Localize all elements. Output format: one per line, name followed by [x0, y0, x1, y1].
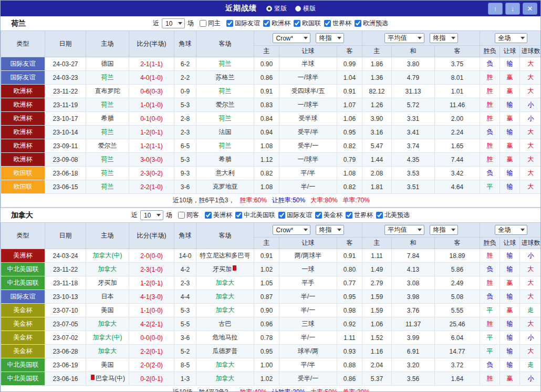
- handicap: 半/一: [279, 180, 337, 194]
- league-checkbox-input[interactable]: [226, 20, 233, 27]
- league-checkbox-input[interactable]: [346, 212, 352, 219]
- league-filter-checkbox[interactable]: 美金杯: [315, 211, 342, 220]
- league-filter-checkbox[interactable]: 欧洲预选: [355, 19, 388, 28]
- away-team: 加拿大: [196, 276, 254, 290]
- result-goals: 大: [520, 263, 541, 276]
- league-filter-checkbox[interactable]: 欧洲杯: [263, 19, 290, 28]
- league-filter-checkbox[interactable]: 北美预选: [376, 211, 410, 220]
- subcol-avg-away: 客: [435, 238, 480, 249]
- league-checkbox-input[interactable]: [355, 20, 361, 27]
- odds-source-select[interactable]: Crow*: [273, 33, 310, 43]
- home-team-name: 荷兰: [101, 128, 114, 136]
- average-odds-select[interactable]: 平均值: [384, 33, 424, 43]
- away-team: 加拿大: [196, 372, 254, 386]
- same-venue-checkbox-input[interactable]: [200, 20, 206, 27]
- final-odds-value-2: 终指: [433, 225, 446, 234]
- avg-away: 2.00: [435, 112, 480, 126]
- league-filter-checkbox[interactable]: 国际友谊: [226, 19, 260, 28]
- league-checkbox-input[interactable]: [294, 20, 300, 27]
- col-header-home: 主场: [86, 31, 129, 57]
- league-checkbox-input[interactable]: [278, 212, 285, 219]
- league-filter-checkbox[interactable]: 世界杯: [324, 19, 351, 28]
- col-header-date: 日期: [45, 223, 86, 249]
- avg-away: 18.89: [435, 249, 480, 263]
- handicap: 半球: [279, 57, 337, 71]
- league-checkbox-input[interactable]: [263, 20, 270, 27]
- avg-home: 5.47: [362, 139, 392, 153]
- home-team: 加拿大(中): [86, 331, 129, 345]
- scroll-down-button[interactable]: ↓: [505, 3, 520, 15]
- avg-draw: 3.74: [392, 139, 435, 153]
- scope-select[interactable]: 全场: [495, 33, 527, 43]
- layout-radio-vertical[interactable]: 竖版: [266, 4, 287, 13]
- match-row: 欧洲杯23-11-22直布罗陀0-6(0-3)0-9荷兰0.91受四球半/五0.…: [1, 85, 541, 98]
- league-checkbox-input[interactable]: [315, 212, 322, 219]
- avg-away: 25.46: [435, 317, 480, 331]
- layout-radio-horizontal[interactable]: 横版: [295, 4, 316, 13]
- result-wdl: 负: [480, 358, 500, 372]
- scope-select[interactable]: 全场: [495, 225, 527, 235]
- handicap: 平/半: [279, 167, 337, 180]
- same-venue-checkbox[interactable]: 同客: [178, 211, 199, 220]
- near-label: 近: [153, 19, 159, 28]
- same-venue-checkbox[interactable]: 同主: [200, 19, 221, 28]
- recent-count-select[interactable]: 10: [162, 18, 185, 28]
- recent-count-select[interactable]: 10: [140, 210, 163, 220]
- scroll-up-button[interactable]: ↑: [488, 3, 503, 15]
- avg-away: 1.64: [435, 372, 480, 386]
- same-venue-checkbox-input[interactable]: [178, 212, 185, 219]
- avg-away: 3.72: [435, 358, 480, 372]
- recent-results-panel: 近期战绩 竖版 横版 ↑ ↓ ✕ 荷兰 近 10: [0, 0, 541, 392]
- average-odds-select[interactable]: 平均值: [384, 225, 424, 235]
- summary-stats: 近10场，胜6平1负3，胜率:60%让胜率:50%大率:80%单率:70%: [173, 197, 370, 204]
- league-label: 欧洲杯: [272, 19, 290, 28]
- avg-draw: 3.76: [392, 304, 435, 317]
- match-row: 欧洲杯23-10-14荷兰1-2(0-1)2-3法国0.94受平/半0.953.…: [1, 126, 541, 139]
- avg-home: 2.79: [362, 276, 392, 290]
- league-checkbox-input[interactable]: [235, 212, 242, 219]
- final-odds-select[interactable]: 终指: [316, 33, 344, 43]
- final-odds-select-2[interactable]: 终指: [430, 33, 458, 43]
- match-date: 23-09-08: [45, 153, 86, 167]
- result-wdl: 胜: [480, 139, 500, 153]
- away-team-name: 加拿大: [216, 293, 235, 300]
- result-handicap: 输: [500, 290, 520, 304]
- final-odds-value-2: 终指: [433, 34, 446, 43]
- away-team: 荷兰: [196, 112, 254, 126]
- avg-home: 1.11: [362, 249, 392, 263]
- away-team-name: 瓜德罗普: [213, 347, 238, 355]
- average-odds-value: 平均值: [388, 34, 407, 43]
- match-row: 美金杯23-07-05加拿大4-2(2-1)5-5古巴0.96三球0.921.0…: [1, 317, 541, 331]
- match-row: 美金杯23-07-10美国1-1(0-0)5-3加拿大0.90半/一0.981.…: [1, 304, 541, 317]
- close-button[interactable]: ✕: [523, 3, 537, 15]
- corner-score: 5-3: [174, 98, 196, 112]
- final-odds-select-2[interactable]: 终指: [430, 225, 458, 235]
- result-handicap: 赢: [500, 139, 520, 153]
- league-label: 国际友谊: [235, 19, 260, 28]
- league-filter-checkbox[interactable]: 中北美国联: [235, 211, 275, 220]
- subcol-result-handicap: 让球: [500, 46, 520, 57]
- score: 4-0(1-0): [129, 71, 174, 85]
- league-filter-checkbox[interactable]: 欧国联: [294, 19, 321, 28]
- final-odds-select[interactable]: 终指: [316, 225, 344, 235]
- result-wdl: 胜: [480, 85, 500, 98]
- league-checkbox-input[interactable]: [205, 212, 212, 219]
- score: 2-0(0-0): [129, 249, 174, 263]
- home-team: 希腊: [86, 112, 129, 126]
- corner-score: 14-0: [174, 249, 196, 263]
- league-filter-checkbox[interactable]: 世界杯: [346, 211, 373, 220]
- avg-away: 5.08: [435, 290, 480, 304]
- league-filter-checkbox[interactable]: 美洲杯: [205, 211, 232, 220]
- handicap: 平手: [279, 276, 337, 290]
- handicap: 受半球: [279, 112, 337, 126]
- league-type-badge: 美金杯: [1, 317, 45, 331]
- odds-source-select[interactable]: Crow*: [273, 225, 310, 235]
- league-checkbox-input[interactable]: [376, 212, 383, 219]
- avg-draw: 3.98: [392, 290, 435, 304]
- filter-row: 加拿大 近 10 场 同客 美洲杯中北美国联国际友谊美金杯世界杯北美预选: [1, 208, 540, 222]
- away-team-name: 古巴: [219, 320, 232, 327]
- score: 4-2(2-1): [129, 317, 174, 331]
- league-filter-checkbox[interactable]: 国际友谊: [278, 211, 312, 220]
- result-goals: 大: [520, 139, 541, 153]
- league-checkbox-input[interactable]: [324, 20, 331, 27]
